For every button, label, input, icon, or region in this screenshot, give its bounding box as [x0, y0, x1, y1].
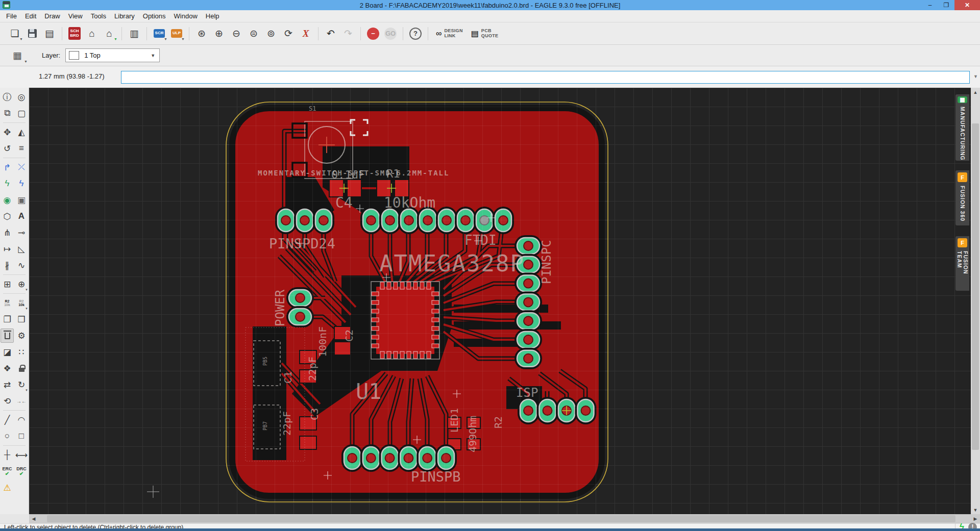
- side-tab-manufacturing[interactable]: ▦MANUFACTURING: [955, 94, 969, 161]
- tag-tool[interactable]: ❖: [1, 361, 14, 375]
- zoom-fit-button[interactable]: ⊛: [193, 26, 210, 41]
- paint-tool[interactable]: ◪: [1, 345, 14, 359]
- name-tool[interactable]: R210k: [1, 296, 14, 310]
- minimize-button[interactable]: –: [922, 0, 938, 10]
- menu-help[interactable]: Help: [202, 11, 224, 21]
- replace-tool[interactable]: ∷: [15, 345, 28, 359]
- polygon-tool[interactable]: ⬡: [1, 209, 14, 223]
- label-tool[interactable]: ↦: [1, 242, 14, 256]
- undo-button[interactable]: ↶: [323, 26, 339, 41]
- zoom-out-button[interactable]: ⊖: [228, 26, 244, 41]
- mark-tool[interactable]: ┼: [1, 448, 14, 462]
- horizontal-scrollbar[interactable]: ◀ ▶: [29, 514, 980, 523]
- open-file-button[interactable]: ❏▼: [7, 26, 23, 41]
- add-device-tool[interactable]: ⊕▼: [15, 277, 28, 291]
- stop-button[interactable]: −: [365, 26, 381, 41]
- refresh-button[interactable]: ⟳: [280, 26, 297, 41]
- grid-settings-button[interactable]: ▦ ▼: [7, 47, 28, 64]
- cam-processor-button[interactable]: ⌂: [84, 26, 100, 41]
- errors-tool[interactable]: ⚠: [1, 481, 14, 495]
- show-tool[interactable]: ◎: [15, 90, 28, 104]
- command-input[interactable]: [121, 71, 970, 84]
- help-button[interactable]: ?: [407, 26, 424, 41]
- paste-tool[interactable]: ❒: [15, 312, 28, 326]
- cam-export-button[interactable]: ⌂▼: [101, 26, 117, 41]
- net-tool[interactable]: ⋔: [1, 225, 14, 240]
- rectangle-tool[interactable]: □: [15, 429, 28, 443]
- menu-file[interactable]: File: [2, 11, 21, 21]
- close-button[interactable]: ✕: [954, 0, 980, 10]
- side-tab-fusion-360[interactable]: FFUSION 360: [955, 170, 969, 225]
- change-tool[interactable]: ⚙: [15, 328, 28, 343]
- pcb-canvas[interactable]: S1MOMENTARY-SWITCH-SPST-SMD-6.2MM-TALL0.…: [29, 88, 971, 514]
- erc-tool[interactable]: ERC✔: [1, 464, 14, 478]
- redo-button[interactable]: ↷: [340, 26, 356, 41]
- move-tool[interactable]: ✥: [1, 125, 14, 139]
- zoom-redraw-button[interactable]: ⊚: [263, 26, 279, 41]
- silkscreen-label: R2: [492, 416, 504, 428]
- miter-tool[interactable]: ◺: [15, 242, 28, 256]
- pcb-quote-button[interactable]: ▤PCBQUOTE: [471, 29, 499, 38]
- side-tab-fusion-team[interactable]: FFUSION TEAM: [955, 236, 969, 291]
- wire-tool[interactable]: ⊸: [15, 225, 28, 240]
- circle-tool[interactable]: ○: [1, 429, 14, 443]
- vertical-scroll-thumb[interactable]: [972, 123, 979, 450]
- drc-tool[interactable]: DRC✔: [15, 464, 28, 478]
- run-ulp-button[interactable]: ULP▼: [168, 26, 185, 41]
- display-layers-tool[interactable]: ⧉: [1, 106, 14, 120]
- scroll-left-arrow[interactable]: ◀: [29, 514, 38, 523]
- print-button[interactable]: ▤: [41, 26, 58, 41]
- ripup-tool[interactable]: ⤫: [15, 160, 28, 174]
- text-tool[interactable]: A: [15, 209, 28, 223]
- meander-tool[interactable]: ∿: [15, 258, 28, 272]
- package-replace-tool[interactable]: ↻▼: [15, 377, 28, 392]
- menu-edit[interactable]: Edit: [21, 11, 40, 21]
- design-link-button[interactable]: ∞DESIGNLINK: [436, 29, 463, 38]
- run-script-button[interactable]: SCR▼: [151, 26, 167, 41]
- mirror-tool[interactable]: ◭: [15, 125, 28, 139]
- vertical-scrollbar[interactable]: ▲ ▼: [971, 88, 980, 514]
- cancel-command-button[interactable]: X: [298, 26, 314, 41]
- line-tool[interactable]: ╱: [1, 413, 14, 427]
- menu-tools[interactable]: Tools: [87, 11, 110, 21]
- optimize-tool[interactable]: →←: [15, 394, 28, 408]
- arc-tool[interactable]: ◠: [15, 413, 28, 427]
- smash-tool[interactable]: ≡: [15, 141, 28, 156]
- command-history-chevron-icon[interactable]: ▼: [973, 74, 978, 79]
- layer-dropdown[interactable]: 1 Top ▼: [65, 48, 160, 62]
- scroll-up-arrow[interactable]: ▲: [971, 88, 980, 96]
- optimize-icon: →←: [16, 398, 27, 404]
- info-tool[interactable]: ⓘ: [1, 90, 14, 104]
- menu-window[interactable]: Window: [170, 11, 202, 21]
- group-tool[interactable]: ▢: [15, 106, 28, 120]
- schematic-board-switch-button[interactable]: SCHBRD: [66, 26, 83, 41]
- menu-view[interactable]: View: [64, 11, 87, 21]
- package-replace-icon: ↻: [18, 380, 25, 390]
- smd-pad-tool[interactable]: ▣: [15, 193, 28, 207]
- via-tool[interactable]: ◉: [1, 193, 14, 207]
- lock-tool[interactable]: [15, 361, 28, 375]
- restore-button[interactable]: ❐: [938, 0, 954, 10]
- save-button[interactable]: [24, 26, 40, 41]
- menu-library[interactable]: Library: [110, 11, 139, 21]
- route-tool[interactable]: ↱: [1, 160, 14, 174]
- split-tool[interactable]: ∦: [1, 258, 14, 272]
- rotate-tool[interactable]: ↺: [1, 141, 14, 156]
- menu-options[interactable]: Options: [139, 11, 170, 21]
- library-manager-button[interactable]: ▥: [126, 26, 142, 41]
- zoom-in-button[interactable]: ⊕: [211, 26, 227, 41]
- go-button[interactable]: GO: [382, 26, 399, 41]
- horizontal-scroll-thumb[interactable]: [47, 515, 955, 522]
- gateswap-tool[interactable]: ⟲: [1, 394, 14, 408]
- dimension-tool[interactable]: ⟷: [15, 448, 28, 462]
- delete-tool[interactable]: [1, 328, 14, 343]
- add-part-tool[interactable]: ⊞: [1, 277, 14, 291]
- route-signal-tool[interactable]: ϟ: [15, 176, 28, 191]
- signal-airwire-tool[interactable]: ϟ: [1, 176, 14, 191]
- copy-tool[interactable]: ❐: [1, 312, 14, 326]
- pinswap-tool[interactable]: ⇄: [1, 377, 14, 392]
- value-tool[interactable]: R210k▼: [15, 296, 28, 310]
- scroll-down-arrow[interactable]: ▼: [971, 505, 980, 514]
- zoom-select-button[interactable]: ⊜: [246, 26, 262, 41]
- menu-draw[interactable]: Draw: [40, 11, 64, 21]
